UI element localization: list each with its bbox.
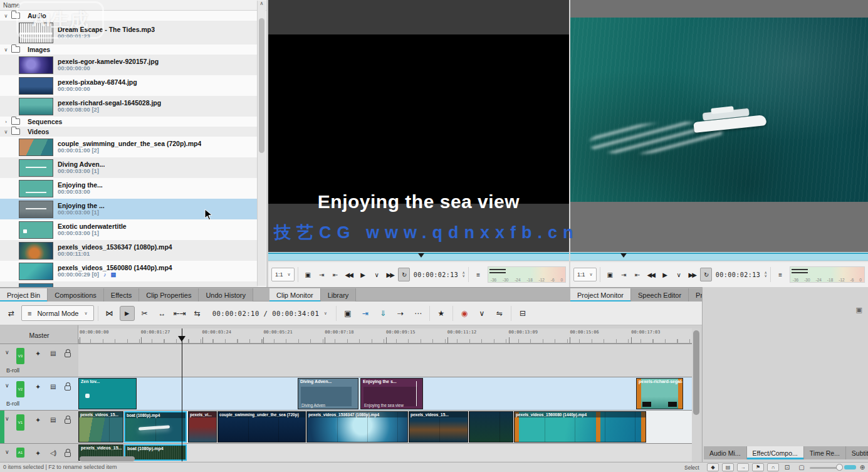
loop-zone-icon[interactable]: ↻ bbox=[398, 268, 410, 281]
chevron-down-icon[interactable]: ∨ bbox=[2, 129, 10, 135]
lock-icon[interactable] bbox=[65, 419, 71, 424]
video-thumb-clip[interactable]: pexels_vi... bbox=[188, 411, 217, 443]
headphones-icon[interactable]: ∩ bbox=[767, 463, 779, 471]
track-head-v3[interactable]: ∨V3✦▤B-roll bbox=[0, 344, 78, 377]
track-badge[interactable]: V2 bbox=[16, 381, 24, 397]
track-thumbnails-icon[interactable]: ▤ bbox=[50, 416, 55, 423]
video-thumb-clip[interactable]: pexels_videos_15... bbox=[409, 411, 468, 443]
zone-in-icon[interactable]: ⇥ bbox=[315, 268, 327, 281]
zoom-in-icon[interactable]: ⊕ bbox=[857, 463, 867, 471]
clip-monitor-seekbar[interactable] bbox=[268, 253, 569, 261]
timeline-track-v2[interactable]: Zen tov...Diving Adven...Diving AdvenEnj… bbox=[78, 377, 692, 410]
bin-clip-row[interactable]: pexels_videos_1536347 (1080p).mp400:00:1… bbox=[0, 240, 258, 261]
video-clip[interactable]: pexels-richard-segal-1645028 bbox=[636, 378, 683, 409]
seek-position-marker[interactable] bbox=[418, 253, 424, 261]
track-head-a1[interactable]: ∨A1✦◁) bbox=[0, 443, 78, 461]
track-effects-icon[interactable]: ✦ bbox=[35, 449, 41, 458]
bin-clip-row[interactable]: Exotic underwatertitle00:00:03:00 [1] bbox=[0, 219, 258, 240]
master-track-button[interactable]: Master bbox=[0, 330, 78, 341]
play-icon[interactable]: ▶ bbox=[357, 268, 369, 281]
play-menu-icon[interactable]: ∨ bbox=[672, 268, 684, 281]
more-edit-icon[interactable]: ⋯ bbox=[410, 306, 426, 321]
track-badge[interactable]: A1 bbox=[16, 448, 24, 458]
chevron-down-icon[interactable]: ∨ bbox=[5, 449, 9, 455]
track-effects-icon[interactable]: ✦ bbox=[35, 416, 41, 424]
track-head-v1[interactable]: ∨V1✦▤ bbox=[0, 410, 78, 443]
zoom-fit-icon[interactable]: ⊡ bbox=[782, 463, 792, 471]
zone-out-icon[interactable]: ⇤ bbox=[329, 268, 341, 281]
monitor-menu-icon[interactable]: ≡ bbox=[472, 268, 484, 281]
bin-clip-row[interactable]: pexels-egor-kamelev-920157.jpg00:00:00:0… bbox=[0, 55, 258, 75]
rewind-icon[interactable]: ◀◀ bbox=[645, 268, 657, 281]
fast-forward-icon[interactable]: ▶▶ bbox=[686, 268, 698, 281]
spin-down-icon[interactable]: ∨ bbox=[462, 275, 464, 278]
tab-effect-compo[interactable]: Effect/Compo... bbox=[747, 446, 804, 459]
chevron-down-icon[interactable]: ∨ bbox=[5, 382, 9, 389]
scrollbar-thumb[interactable] bbox=[693, 330, 699, 415]
mix-tool-icon[interactable]: ⋈ bbox=[102, 306, 117, 321]
scroll-up-icon[interactable]: ∧ bbox=[258, 1, 266, 9]
flag-icon[interactable]: ⚑ bbox=[752, 463, 764, 471]
tab-library[interactable]: Library bbox=[321, 288, 357, 302]
track-effects-icon[interactable]: ✦ bbox=[35, 350, 41, 358]
overwrite-zone-icon[interactable]: ⇓ bbox=[375, 306, 390, 321]
zoom-slider-handle[interactable] bbox=[836, 464, 843, 471]
record-options-icon[interactable]: ∨ bbox=[474, 306, 489, 321]
video-thumb-clip[interactable]: pexels_videos_15... bbox=[78, 411, 123, 443]
chevron-down-icon[interactable]: ∨ bbox=[5, 349, 9, 355]
tab-audio-mi[interactable]: Audio Mi... bbox=[704, 446, 747, 459]
play-menu-icon[interactable]: ∨ bbox=[370, 268, 382, 281]
tab-undo-history[interactable]: Undo History bbox=[199, 288, 253, 302]
bin-folder-videos[interactable]: ∨Videos bbox=[0, 127, 258, 137]
video-thumb-clip[interactable] bbox=[469, 411, 513, 443]
timecode-spinner[interactable]: ∧∨ bbox=[764, 271, 766, 278]
zone-frame-icon[interactable]: ▣ bbox=[301, 268, 313, 281]
bin-clip-row[interactable]: pexels-pixabay-68744.jpg00:00:00:00 bbox=[0, 75, 258, 96]
video-thumb-clip[interactable]: boat (1080p).mp4 bbox=[124, 411, 187, 443]
bin-clip-row[interactable]: Diving Adven...00:00:03:00 [1] bbox=[0, 157, 258, 178]
project-monitor-video[interactable] bbox=[570, 0, 868, 252]
extract-zone-icon[interactable]: ⇢ bbox=[393, 306, 408, 321]
panel-pin-icon[interactable]: ▣ bbox=[856, 306, 862, 314]
insert-zone-icon[interactable]: ⇥ bbox=[358, 306, 373, 321]
adjust-icon[interactable]: ⇋ bbox=[492, 306, 507, 321]
zoom-range-bar[interactable] bbox=[844, 465, 856, 469]
tab-compositions[interactable]: Compositions bbox=[48, 288, 104, 302]
multicam-tool-icon[interactable]: ⇆ bbox=[190, 306, 205, 321]
monitor-scale-select[interactable]: 1:1∨ bbox=[271, 268, 295, 281]
slip-tool-icon[interactable]: ⇤⇥ bbox=[172, 306, 187, 321]
bin-folder-sequences[interactable]: ›Sequences bbox=[0, 117, 258, 127]
bin-clip-row[interactable]: couple_swimming_under_the_sea (720p).mp4… bbox=[0, 137, 258, 157]
chevron-down-icon[interactable]: ∨ bbox=[2, 13, 10, 19]
timeline-track-v3[interactable] bbox=[78, 344, 692, 377]
forward-arrow-icon[interactable]: → bbox=[737, 463, 749, 471]
timeline-track-v1[interactable]: pexels_videos_15...boat (1080p).mp4pexel… bbox=[78, 410, 692, 443]
edit-mode-select[interactable]: ≡Normal Mode∨ bbox=[21, 305, 94, 321]
fast-forward-icon[interactable]: ▶▶ bbox=[384, 268, 396, 281]
tab-clip-properties[interactable]: Clip Properties bbox=[139, 288, 199, 302]
record-icon[interactable]: ◉ bbox=[457, 306, 472, 321]
video-clip[interactable]: Enjoying the s...Enjoying the sea view bbox=[360, 378, 423, 409]
track-effects-icon[interactable]: ✦ bbox=[35, 383, 41, 391]
chevron-down-icon[interactable]: ∨ bbox=[2, 47, 10, 53]
favorite-effects-icon[interactable]: ★ bbox=[434, 306, 449, 321]
lock-icon[interactable] bbox=[65, 385, 71, 391]
seek-position-marker[interactable] bbox=[620, 253, 627, 261]
split-view-icon[interactable]: ⊟ bbox=[515, 306, 530, 321]
tag-icon[interactable]: ◆ bbox=[707, 463, 719, 471]
scrollbar-thumb[interactable] bbox=[259, 18, 264, 153]
tab-clip-monitor[interactable]: Clip Monitor bbox=[269, 288, 321, 302]
timecode-spinner[interactable]: ∧∨ bbox=[462, 271, 464, 278]
rewind-icon[interactable]: ◀◀ bbox=[343, 268, 355, 281]
playhead-handle[interactable] bbox=[178, 336, 186, 345]
video-thumb-clip[interactable]: pexels_videos_1560080 (1440p).mp4 bbox=[514, 411, 646, 443]
project-monitor-seekbar[interactable] bbox=[570, 253, 868, 261]
chevron-down-icon[interactable]: ∨ bbox=[5, 416, 9, 422]
zone-out-icon[interactable]: ⇤ bbox=[631, 268, 643, 281]
timeline-vertical-scrollbar[interactable] bbox=[692, 328, 701, 461]
track-badge[interactable]: V1 bbox=[16, 414, 24, 431]
lock-icon[interactable] bbox=[65, 352, 71, 357]
bin-folder-images[interactable]: ∨Images bbox=[0, 45, 258, 55]
track-head-v2[interactable]: ∨V2✦▤B-roll bbox=[0, 377, 78, 410]
zone-frame-icon[interactable]: ▣ bbox=[604, 268, 615, 281]
